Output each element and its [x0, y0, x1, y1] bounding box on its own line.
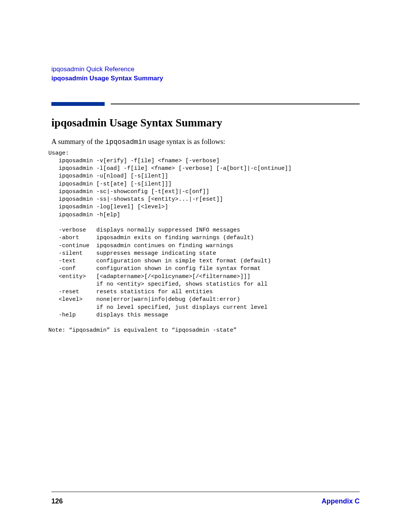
- rule-line: [111, 104, 360, 104]
- running-header: ipqosadmin Quick Reference ipqosadmin Us…: [51, 65, 360, 83]
- section-rule: [51, 102, 360, 106]
- usage-syntax-block: Usage: ipqosadmin -v[erify] -f[ile] <fna…: [48, 150, 360, 335]
- footer-rule: [51, 492, 360, 492]
- page-title: ipqosadmin Usage Syntax Summary: [51, 117, 360, 129]
- rule-accent: [51, 102, 105, 106]
- intro-paragraph: A summary of the ipqosadmin usage syntax…: [51, 137, 360, 146]
- intro-command: ipqosadmin: [105, 138, 146, 146]
- header-section: ipqosadmin Usage Syntax Summary: [51, 74, 360, 83]
- intro-text-post: usage syntax is as follows:: [146, 137, 225, 145]
- page-number: 126: [51, 497, 63, 505]
- page-footer: 126 Appendix C: [51, 497, 360, 505]
- header-chapter: ipqosadmin Quick Reference: [51, 65, 360, 74]
- appendix-label: Appendix C: [322, 497, 360, 505]
- intro-text-pre: A summary of the: [51, 137, 105, 145]
